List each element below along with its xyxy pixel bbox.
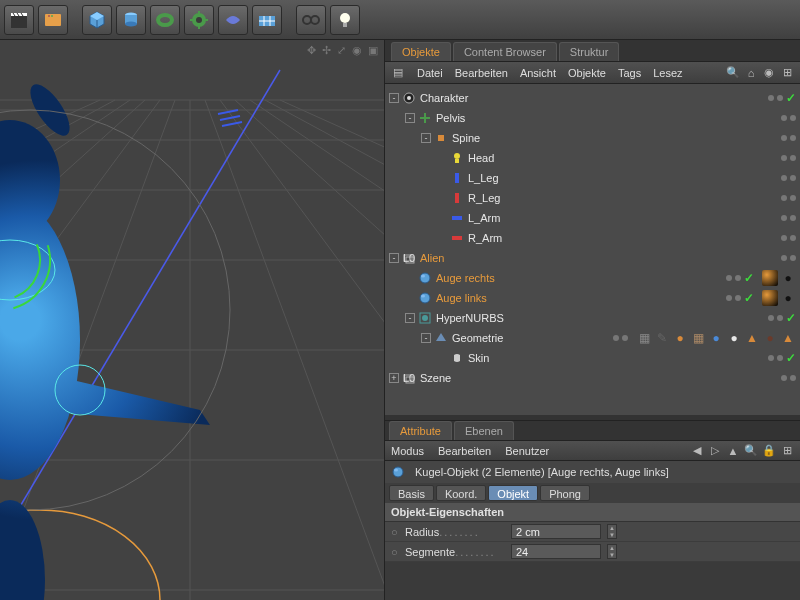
- tag-chk2[interactable]: ▦: [690, 330, 706, 346]
- menu-objekte[interactable]: Objekte: [568, 67, 606, 79]
- prop-input-radius[interactable]: [511, 524, 601, 539]
- light-tool-button[interactable]: [330, 5, 360, 35]
- tree-item-auge-rechts[interactable]: Auge rechts✓●: [385, 268, 800, 288]
- tag-wht[interactable]: ●: [726, 330, 742, 346]
- toggle-icon[interactable]: [437, 193, 447, 203]
- visibility-dots[interactable]: [781, 135, 796, 141]
- subtab-phong[interactable]: Phong: [540, 485, 590, 501]
- tree-item-spine[interactable]: -Spine: [385, 128, 800, 148]
- visibility-dots[interactable]: [781, 115, 796, 121]
- toggle-icon[interactable]: [437, 173, 447, 183]
- subtab-basis[interactable]: Basis: [389, 485, 434, 501]
- tab-struktur[interactable]: Struktur: [559, 42, 620, 61]
- toggle-icon[interactable]: +: [389, 373, 399, 383]
- toggle-icon[interactable]: [405, 293, 415, 303]
- nav-up-icon[interactable]: ▲: [726, 444, 740, 458]
- attr-tab-ebenen[interactable]: Ebenen: [454, 421, 514, 440]
- tag-tri[interactable]: ▲: [744, 330, 760, 346]
- search-icon[interactable]: 🔍: [744, 444, 758, 458]
- attr-tab-attribute[interactable]: Attribute: [389, 421, 452, 440]
- check-icon[interactable]: ✓: [744, 291, 754, 305]
- visibility-dots[interactable]: ✓: [768, 351, 796, 365]
- toggle-icon[interactable]: -: [389, 253, 399, 263]
- tag-tri[interactable]: ▲: [780, 330, 796, 346]
- tree-item-geometrie[interactable]: -Geometrie▦✎●▦●●▲●▲: [385, 328, 800, 348]
- eye-icon[interactable]: ◉: [762, 66, 776, 80]
- visibility-dots[interactable]: [781, 175, 796, 181]
- tree-item-pelvis[interactable]: -Pelvis: [385, 108, 800, 128]
- toggle-icon[interactable]: -: [421, 133, 431, 143]
- subtab-objekt[interactable]: Objekt: [488, 485, 538, 501]
- pan-icon[interactable]: ✢: [322, 44, 331, 57]
- attr-menu-modus[interactable]: Modus: [391, 445, 424, 457]
- move-axis-icon[interactable]: ✥: [307, 44, 316, 57]
- visibility-dots[interactable]: [781, 215, 796, 221]
- check-icon[interactable]: ✓: [786, 311, 796, 325]
- subtab-koord[interactable]: Koord.: [436, 485, 486, 501]
- spinner[interactable]: ▲▼: [607, 544, 617, 559]
- menu-ansicht[interactable]: Ansicht: [520, 67, 556, 79]
- toggle-icon[interactable]: -: [421, 333, 431, 343]
- tree-item-alien[interactable]: -L0Alien: [385, 248, 800, 268]
- expand-icon[interactable]: ⊞: [780, 66, 794, 80]
- tree-item-l-arm[interactable]: L_Arm: [385, 208, 800, 228]
- tree-item-szene[interactable]: +L0Szene: [385, 368, 800, 388]
- toggle-icon[interactable]: [437, 213, 447, 223]
- cylinder-tool-button[interactable]: [116, 5, 146, 35]
- render-tool-button[interactable]: [38, 5, 68, 35]
- visibility-dots[interactable]: [781, 375, 796, 381]
- menu-tags[interactable]: Tags: [618, 67, 641, 79]
- toggle-icon[interactable]: -: [389, 93, 399, 103]
- clapper-tool-button[interactable]: [4, 5, 34, 35]
- menu-datei[interactable]: Datei: [417, 67, 443, 79]
- search-icon[interactable]: 🔍: [726, 66, 740, 80]
- visibility-dots[interactable]: ✓: [768, 91, 796, 105]
- tab-content-browser[interactable]: Content Browser: [453, 42, 557, 61]
- tree-item-auge-links[interactable]: Auge links✓●: [385, 288, 800, 308]
- cube-tool-button[interactable]: [82, 5, 112, 35]
- home-icon[interactable]: ⌂: [744, 66, 758, 80]
- check-icon[interactable]: ✓: [786, 351, 796, 365]
- nav-back-icon[interactable]: ◀: [690, 444, 704, 458]
- toggle-icon[interactable]: [405, 273, 415, 283]
- zoom-icon[interactable]: ⤢: [337, 44, 346, 57]
- tree-item-charakter[interactable]: -Charakter✓: [385, 88, 800, 108]
- check-icon[interactable]: ✓: [786, 91, 796, 105]
- menu-bearbeiten[interactable]: Bearbeiten: [455, 67, 508, 79]
- toggle-icon[interactable]: [437, 153, 447, 163]
- check-icon[interactable]: ✓: [744, 271, 754, 285]
- tree-item-skin[interactable]: Skin✓: [385, 348, 800, 368]
- visibility-dots[interactable]: ✓: [768, 311, 796, 325]
- visibility-dots[interactable]: ✓: [726, 291, 754, 305]
- tag-l[interactable]: ✎: [654, 330, 670, 346]
- orbit-icon[interactable]: ◉: [352, 44, 362, 57]
- visibility-dots[interactable]: ✓: [726, 271, 754, 285]
- object-tree[interactable]: -Charakter✓-Pelvis-Spine Head L_Leg R_Le…: [385, 84, 800, 415]
- visibility-dots[interactable]: [781, 255, 796, 261]
- tag-brn[interactable]: ●: [762, 330, 778, 346]
- tag-black[interactable]: ●: [780, 290, 796, 306]
- gear-tool-button[interactable]: [184, 5, 214, 35]
- viewport-3d[interactable]: ✥ ✢ ⤢ ◉ ▣: [0, 40, 385, 600]
- tag-orange[interactable]: [762, 270, 778, 286]
- tree-item-hypernurbs[interactable]: -HyperNURBS✓: [385, 308, 800, 328]
- maximize-icon[interactable]: ▣: [368, 44, 378, 57]
- spinner[interactable]: ▲▼: [607, 524, 617, 539]
- glasses-tool-button[interactable]: [296, 5, 326, 35]
- grid-tool-button[interactable]: [252, 5, 282, 35]
- attr-menu-bearbeiten[interactable]: Bearbeiten: [438, 445, 491, 457]
- tab-objekte[interactable]: Objekte: [391, 42, 451, 61]
- nav-fwd-icon[interactable]: ▷: [708, 444, 722, 458]
- visibility-dots[interactable]: [781, 155, 796, 161]
- attr-menu-benutzer[interactable]: Benutzer: [505, 445, 549, 457]
- tag-black[interactable]: ●: [780, 270, 796, 286]
- shape-tool-button[interactable]: [218, 5, 248, 35]
- visibility-dots[interactable]: [781, 235, 796, 241]
- visibility-dots[interactable]: [781, 195, 796, 201]
- tag-o[interactable]: ●: [672, 330, 688, 346]
- visibility-dots[interactable]: [613, 335, 628, 341]
- tree-item-r-leg[interactable]: R_Leg: [385, 188, 800, 208]
- file-icon[interactable]: ▤: [391, 66, 405, 80]
- prop-input-segmente[interactable]: [511, 544, 601, 559]
- toggle-icon[interactable]: -: [405, 313, 415, 323]
